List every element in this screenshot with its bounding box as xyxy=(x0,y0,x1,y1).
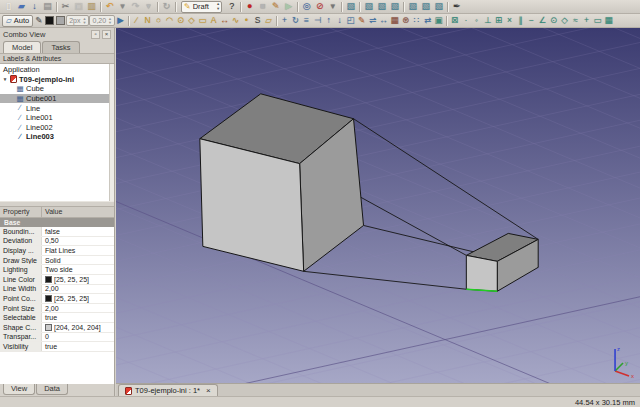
dock-float-icon[interactable]: ▫ xyxy=(91,30,100,39)
draft-to-sketch-icon[interactable]: ⇄ xyxy=(422,15,433,27)
tree-item-cube[interactable]: ▦Cube xyxy=(0,84,114,94)
draft-polygon-icon[interactable]: ◇ xyxy=(186,15,197,27)
tree-item-document[interactable]: ▾T09-ejemplo-ini xyxy=(0,75,114,85)
draft-line-icon[interactable]: ∕ xyxy=(131,15,142,27)
snap-extension-icon[interactable]: − xyxy=(526,15,537,27)
macro-stop-icon[interactable]: ■ xyxy=(256,1,269,13)
snap-working-plane-icon[interactable]: ▭ xyxy=(592,15,603,27)
draft-rotate-icon[interactable]: ↻ xyxy=(290,15,301,27)
whats-this-icon[interactable]: ? xyxy=(225,1,238,13)
redo-dropdown-icon[interactable]: ▾ xyxy=(142,1,155,13)
tree-item-application[interactable]: Application xyxy=(0,65,114,75)
face-color-swatch[interactable] xyxy=(56,16,65,25)
snap-lock-icon[interactable]: ⊠ xyxy=(449,15,460,27)
draft-bspline-icon[interactable]: ∿ xyxy=(230,15,241,27)
property-row[interactable]: Display ...Flat Lines xyxy=(0,246,114,256)
draft-shapestring-icon[interactable]: S xyxy=(252,15,263,27)
draft-ellipse-icon[interactable]: ⊙ xyxy=(175,15,186,27)
draft-point-icon[interactable]: • xyxy=(241,15,252,27)
scale-spinbox[interactable]: 0,20▲▼ xyxy=(89,15,115,26)
tree-item-line[interactable]: ∕Line xyxy=(0,103,114,113)
draw-style-icon[interactable]: ⊘ xyxy=(313,1,326,13)
tab-view[interactable]: View xyxy=(3,384,35,395)
property-row[interactable]: Point Co...[25, 25, 25] xyxy=(0,294,114,304)
tab-data[interactable]: Data xyxy=(36,384,68,395)
property-row[interactable]: Transpar...0 xyxy=(0,333,114,343)
draft-text-icon[interactable]: A xyxy=(208,15,219,27)
draft-rectangle-icon[interactable]: ▭ xyxy=(197,15,208,27)
draft-scale-icon[interactable]: ◰ xyxy=(345,15,356,27)
snap-center-icon[interactable]: ⊙ xyxy=(548,15,559,27)
paste-icon[interactable]: ▥ xyxy=(85,1,98,13)
draft-dimension-icon[interactable]: ↔ xyxy=(219,15,230,27)
draft-circle-icon[interactable]: ○ xyxy=(153,15,164,27)
property-row[interactable]: Line Color[25, 25, 25] xyxy=(0,275,114,285)
draft-arc-icon[interactable]: ◠ xyxy=(164,15,175,27)
rear-view-icon[interactable]: ▧ xyxy=(406,1,419,13)
draft-polar-array-icon[interactable]: ⊛ xyxy=(400,15,411,27)
refresh-icon[interactable]: ↻ xyxy=(160,1,173,13)
line-width-spinbox[interactable]: 2px▲▼ xyxy=(66,15,89,26)
macro-play-icon[interactable]: ▶ xyxy=(282,1,295,13)
property-row[interactable]: Point Size2,00 xyxy=(0,304,114,314)
right-view-icon[interactable]: ▧ xyxy=(388,1,401,13)
macro-edit-icon[interactable]: ✎ xyxy=(269,1,282,13)
style-settings-icon[interactable]: ✎ xyxy=(33,15,44,27)
snap-near-icon[interactable]: ≈ xyxy=(570,15,581,27)
draft-move-icon[interactable]: + xyxy=(279,15,290,27)
draft-trimex-icon[interactable]: ⊣ xyxy=(312,15,323,27)
property-row[interactable]: Selectabletrue xyxy=(0,313,114,323)
snap-dimensions-icon[interactable]: ▦ xyxy=(603,15,614,27)
undo-dropdown-icon[interactable]: ▾ xyxy=(116,1,129,13)
draft-upgrade-icon[interactable]: ↑ xyxy=(323,15,334,27)
undo-icon[interactable]: ↶ xyxy=(103,1,116,13)
snap-grid-icon[interactable]: ⊞ xyxy=(493,15,504,27)
tab-tasks[interactable]: Tasks xyxy=(42,41,79,53)
draft-downgrade-icon[interactable]: ↓ xyxy=(334,15,345,27)
property-row[interactable]: Line Width2,00 xyxy=(0,285,114,295)
front-view-icon[interactable]: ▧ xyxy=(362,1,375,13)
snap-midpoint-icon[interactable]: ◦ xyxy=(471,15,482,27)
draft-stretch-icon[interactable]: ↔ xyxy=(378,15,389,27)
apply-style-icon[interactable]: ▶ xyxy=(115,15,126,27)
snap-perpendicular-icon[interactable]: ⊥ xyxy=(482,15,493,27)
tree-item-line002[interactable]: ∕Line002 xyxy=(0,123,114,133)
draft-facebinder-icon[interactable]: ▱ xyxy=(263,15,274,27)
property-row[interactable]: Deviation0,50 xyxy=(0,237,114,247)
snap-ortho-icon[interactable]: + xyxy=(581,15,592,27)
tree-scrollbar[interactable] xyxy=(109,64,114,201)
property-row[interactable]: LightingTwo side xyxy=(0,265,114,275)
property-group-base[interactable]: Base xyxy=(0,218,114,227)
macro-record-icon[interactable]: ● xyxy=(243,1,256,13)
cube-object[interactable] xyxy=(200,94,364,272)
property-row[interactable]: Shape C...[204, 204, 204] xyxy=(0,323,114,333)
snap-angle-icon[interactable]: ∠ xyxy=(537,15,548,27)
snap-special-icon[interactable]: ◇ xyxy=(559,15,570,27)
new-file-icon[interactable]: ▯ xyxy=(2,1,15,13)
copy-icon[interactable]: ▣ xyxy=(72,1,85,13)
tree-item-line001[interactable]: ∕Line001 xyxy=(0,113,114,123)
tab-model[interactable]: Model xyxy=(3,41,41,53)
draft-edit-icon[interactable]: ✎ xyxy=(356,15,367,27)
dock-close-icon[interactable]: × xyxy=(102,30,111,39)
property-row[interactable]: Draw StyleSolid xyxy=(0,256,114,266)
snap-intersection-icon[interactable]: × xyxy=(504,15,515,27)
tree-item-cube001[interactable]: ▦Cube001 xyxy=(0,94,114,104)
property-row[interactable]: Visibilitytrue xyxy=(0,342,114,352)
draft-wire-icon[interactable]: N xyxy=(142,15,153,27)
document-tab[interactable]: T09-ejemplo-ini : 1* × xyxy=(118,384,218,396)
open-file-icon[interactable]: ▰ xyxy=(15,1,28,13)
axonometric-view-icon[interactable]: ▧ xyxy=(344,1,357,13)
snap-endpoint-icon[interactable]: ∙ xyxy=(460,15,471,27)
line-color-swatch[interactable] xyxy=(45,16,54,25)
draft-point-array-icon[interactable]: ∷ xyxy=(411,15,422,27)
fit-all-icon[interactable]: ◎ xyxy=(300,1,313,13)
workbench-selector[interactable]: ✎Draft▴▾ xyxy=(181,1,222,13)
property-row[interactable]: Boundin...false xyxy=(0,227,114,237)
draft-offset-icon[interactable]: ≡ xyxy=(301,15,312,27)
draw-style-dropdown-icon[interactable]: ▾ xyxy=(326,1,339,13)
cube001-object-front-face[interactable] xyxy=(466,255,497,291)
bottom-view-icon[interactable]: ▧ xyxy=(419,1,432,13)
print-icon[interactable]: ▤ xyxy=(41,1,54,13)
redo-icon[interactable]: ↷ xyxy=(129,1,142,13)
